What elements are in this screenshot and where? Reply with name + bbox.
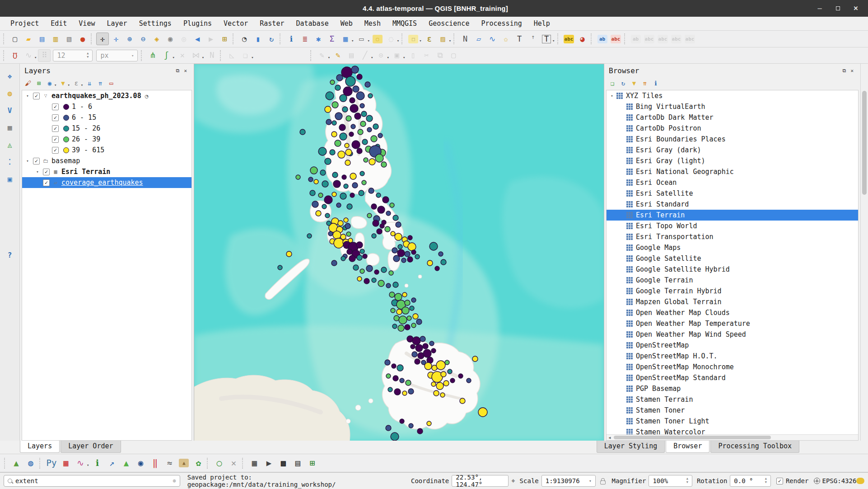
raster-calculator-button[interactable]: ▦: [59, 456, 73, 470]
profile-plot-button[interactable]: ∿: [74, 456, 87, 470]
browser-item[interactable]: PGP Basemap: [607, 383, 858, 394]
expander-icon[interactable]: ▾: [24, 94, 31, 98]
zoom-to-selection-button[interactable]: ◉: [164, 33, 177, 45]
menu-web[interactable]: Web: [335, 18, 359, 29]
menu-database[interactable]: Database: [290, 18, 334, 29]
browser-hscrollbar[interactable]: ◀: [607, 434, 858, 440]
locator-search-input[interactable]: extent ⊗: [4, 475, 180, 487]
render-checkbox[interactable]: ✓: [776, 478, 783, 484]
move-label-button[interactable]: ab: [596, 33, 609, 45]
statistical-summary-button[interactable]: ≣: [299, 33, 311, 45]
web-services-button[interactable]: ◍: [24, 456, 37, 470]
collapse-all-browser-button[interactable]: ⇈: [639, 78, 650, 88]
identify-features-button[interactable]: ℹ: [285, 33, 298, 45]
layer-diagram-button[interactable]: ◕: [576, 33, 589, 45]
cad-tools-button[interactable]: ◺: [225, 49, 238, 62]
python-console-button[interactable]: Py: [45, 456, 58, 470]
browser-item[interactable]: Esri Gray (dark): [607, 145, 858, 155]
snapping-grid-button[interactable]: ⠿: [38, 49, 51, 62]
add-map-green-button[interactable]: ⊞: [305, 456, 319, 470]
browser-item[interactable]: Google Terrain Hybrid: [607, 286, 858, 296]
measure-button[interactable]: ▭: [355, 33, 368, 45]
visibility-checkbox[interactable]: ✓: [33, 93, 40, 99]
show-hidden-labels-button[interactable]: abc: [657, 33, 669, 45]
tab-processing-toolbox[interactable]: Processing Toolbox: [710, 441, 799, 453]
current-edits-button[interactable]: ✎: [316, 49, 328, 62]
map-tips-button[interactable]: ▢: [371, 33, 384, 45]
refresh-map-button[interactable]: ↻: [265, 33, 278, 45]
expander-icon[interactable]: ▾: [34, 169, 41, 174]
menu-plugins[interactable]: Plugins: [177, 18, 218, 29]
add-delimited-text-button[interactable]: ⁚: [3, 155, 17, 169]
open-project-button[interactable]: ▰: [22, 33, 35, 45]
map-canvas[interactable]: [194, 64, 604, 441]
globe-view-button[interactable]: ◉: [134, 456, 147, 470]
menu-layer[interactable]: Layer: [101, 18, 133, 29]
filter-browser-button[interactable]: ▼: [629, 78, 639, 88]
refresh-browser-button[interactable]: ↻: [618, 78, 629, 88]
properties-widget-button[interactable]: ℹ: [650, 78, 661, 88]
move-feature-dropdown-icon[interactable]: ▾: [251, 55, 253, 60]
browser-item[interactable]: Esri Gray (light): [607, 155, 858, 166]
film-frames-button[interactable]: ▤: [291, 456, 304, 470]
snapping-magnet-button[interactable]: Ω: [9, 49, 21, 62]
menu-mmqgis[interactable]: MMQGIS: [387, 18, 423, 29]
add-vector-layer-button[interactable]: V: [3, 103, 17, 117]
close-panel-icon[interactable]: ✕: [182, 68, 189, 74]
raster-image-tool-button[interactable]: ▲: [177, 456, 191, 470]
tab-layer-order[interactable]: Layer Order: [61, 441, 121, 453]
enable-tracing-button[interactable]: ⋔: [146, 49, 159, 62]
text-format-button[interactable]: T: [513, 33, 526, 45]
cancel-edits-button[interactable]: ✕: [176, 49, 189, 62]
browser-vscrollbar[interactable]: [860, 64, 868, 441]
rotation-spinbox[interactable]: 0.0 ° ▲▼: [730, 475, 771, 487]
zoom-out-button[interactable]: ⊖: [137, 33, 149, 45]
tab-layers[interactable]: Layers: [20, 441, 60, 453]
visibility-checkbox[interactable]: ✓: [43, 179, 50, 186]
layer-earthquakes[interactable]: ▾✓∵earthquakes_ph_2023.08◔: [22, 90, 191, 101]
collapse-all-button[interactable]: ⇈: [95, 78, 106, 88]
animation-play-button[interactable]: ▶: [262, 456, 275, 470]
move-rotate-label-button[interactable]: abc: [670, 33, 683, 45]
zoom-in-button[interactable]: ⊕: [123, 33, 136, 45]
resize-label-button[interactable]: abc: [684, 33, 696, 45]
browser-item[interactable]: Esri Satellite: [607, 188, 858, 199]
new-project-button[interactable]: ▢: [9, 33, 21, 45]
select-features-dropdown-icon[interactable]: ▾: [419, 38, 421, 43]
menu-help[interactable]: Help: [528, 18, 556, 29]
browser-item-xyz-tiles[interactable]: ▾XYZ Tiles: [607, 90, 858, 101]
menu-geoscience[interactable]: Geoscience: [423, 18, 475, 29]
qgis2leaf-button[interactable]: ✿: [191, 456, 205, 470]
scroll-left-icon[interactable]: ◀: [607, 435, 613, 440]
zoom-last-button[interactable]: ◀: [191, 33, 204, 45]
menu-project[interactable]: Project: [5, 18, 45, 29]
browser-item[interactable]: CartoDb Dark Matter: [607, 112, 858, 123]
group-basemap[interactable]: ▾✓🗀basemap: [22, 155, 191, 166]
tab-layer-styling[interactable]: Layer Styling: [597, 441, 665, 453]
save-edits-button[interactable]: ▤: [345, 49, 358, 62]
browser-item[interactable]: Google Terrain: [607, 275, 858, 286]
curved-label-button[interactable]: ꜛ: [527, 33, 539, 45]
maximize-button[interactable]: [836, 6, 840, 10]
zoom-next-button[interactable]: ▶: [205, 33, 217, 45]
filter-legend-button[interactable]: ▼: [57, 78, 68, 88]
visibility-checkbox[interactable]: ✓: [52, 114, 59, 121]
visibility-checkbox[interactable]: ✓: [33, 158, 40, 165]
browser-item[interactable]: Esri Ocean: [607, 177, 858, 188]
save-project-button[interactable]: ▤: [36, 33, 48, 45]
crs-status[interactable]: EPSG:4326: [822, 477, 856, 484]
new-geopackage-layer-button[interactable]: ▣: [3, 172, 17, 186]
minimize-button[interactable]: ─: [817, 5, 823, 12]
float-panel-icon[interactable]: ⧉: [174, 68, 182, 74]
manage-map-themes-button[interactable]: ◉: [44, 78, 55, 88]
browser-item[interactable]: Stamen Toner Light: [607, 416, 858, 427]
add-selected-layer-button[interactable]: ❏: [607, 78, 618, 88]
digitize-slash-button[interactable]: ╱: [359, 49, 371, 62]
browser-item[interactable]: OpenStreetMap Standard: [607, 372, 858, 383]
stream-digitizing-button[interactable]: ʃ: [160, 49, 173, 62]
layer-esri-terrain[interactable]: ▾✓▦Esri Terrain: [22, 166, 191, 177]
menu-edit[interactable]: Edit: [45, 18, 73, 29]
browser-item[interactable]: OpenStreetMap H.O.T.: [607, 351, 858, 362]
visibility-checkbox[interactable]: ✓: [52, 103, 59, 110]
qgis-resource-sharing-button[interactable]: ▲: [9, 456, 23, 470]
